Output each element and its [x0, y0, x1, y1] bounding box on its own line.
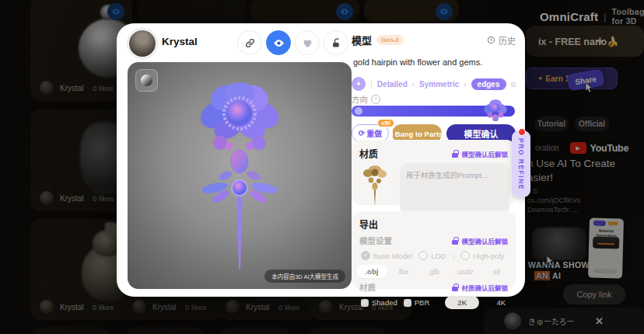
option-shaded[interactable]: ✓Shaded: [361, 298, 397, 307]
section-title-material: 材质: [359, 147, 378, 160]
option-lod[interactable]: LOD: [418, 251, 446, 260]
video-meta-link[interactable]: os.com/jOCflKVs: [527, 197, 580, 204]
eye-icon[interactable]: [336, 3, 353, 20]
tag-edges[interactable]: edges: [471, 78, 506, 90]
cursor-icon: [585, 82, 594, 93]
bang-label: Bang to Parts: [395, 130, 443, 138]
slider-thumb[interactable]: [355, 107, 362, 115]
tag-row: ✦ | Detailed ‹ Symmetric › edges smo ⚙: [352, 76, 516, 92]
model-locked-hint: 模型确认后解锁: [461, 236, 508, 245]
option-label: LOD: [431, 252, 446, 260]
plus-icon[interactable]: +: [597, 34, 604, 48]
model-card[interactable]: [309, 327, 387, 334]
format-stl[interactable]: .stl: [480, 267, 511, 276]
info-icon[interactable]: ?: [371, 95, 380, 104]
eye-icon[interactable]: [436, 3, 453, 20]
author-name[interactable]: Krystal: [60, 194, 93, 203]
video-title-line1: n Use AI To Create: [527, 158, 615, 169]
likes-count: 0 likes: [93, 303, 114, 311]
like-button[interactable]: [295, 30, 320, 55]
model-card[interactable]: [250, 0, 359, 22]
redo-icon: ⟳: [359, 129, 365, 137]
model-card[interactable]: [138, 0, 247, 22]
lock-icon: [452, 150, 458, 158]
avatar: [319, 300, 333, 314]
highlighted-word: AN: [534, 271, 550, 280]
format-fbx[interactable]: .fbx: [387, 267, 418, 276]
youtube-row: oration ▶ YouTube: [535, 142, 628, 154]
format-obj[interactable]: .obj: [356, 265, 387, 278]
3d-viewer[interactable]: 本内容由3D AI大模型生成: [128, 62, 352, 289]
section-title-model: 模型: [352, 33, 372, 47]
generation-panel: 模型 Gen-2 历史 gold hairpin with flower and…: [352, 23, 516, 297]
chevron-right-icon[interactable]: ›: [464, 80, 466, 89]
card-footer: Krystal 0 likes: [226, 300, 310, 314]
visibility-button[interactable]: [266, 30, 291, 55]
material-preview-image[interactable]: [356, 163, 400, 208]
author-name[interactable]: Krystal: [60, 84, 93, 92]
video-thumbnail[interactable]: WANNA SHOW YOU AN AI Material Generation: [526, 215, 644, 281]
card-footer: Krystal 0 likes: [40, 300, 124, 314]
history-button[interactable]: 历史: [487, 34, 516, 47]
youtube-play-icon[interactable]: ▶: [570, 142, 586, 154]
pro-refine-tab[interactable]: PRO REFINE: [512, 130, 530, 197]
render-mode-button[interactable]: [135, 69, 158, 92]
clock-icon: [487, 36, 495, 44]
author-name[interactable]: Krystal: [162, 36, 198, 47]
option-label: Base Model: [373, 252, 412, 260]
resolution-4k[interactable]: 4K: [496, 298, 506, 307]
social-bar[interactable]: きゅーたろー ✕: [484, 308, 644, 334]
author-name[interactable]: Krystal: [60, 303, 93, 311]
avatar: [40, 191, 54, 205]
model-card[interactable]: [33, 327, 109, 334]
tag-symmetric[interactable]: Symmetric: [419, 80, 459, 89]
tag-truncated[interactable]: smo: [511, 80, 516, 89]
avatar: [132, 300, 146, 314]
copy-link-button[interactable]: Copy link: [563, 284, 625, 304]
export-material-label: 材质: [359, 281, 376, 293]
avatar: [40, 81, 54, 95]
resolution-2k[interactable]: 2K: [445, 296, 479, 309]
option-base-model[interactable]: ✓Base Model: [361, 251, 412, 260]
model-card[interactable]: [220, 327, 290, 334]
model-card[interactable]: [364, 0, 459, 22]
tag-detailed[interactable]: Detailed: [377, 80, 408, 89]
option-high-poly[interactable]: High-poly: [460, 251, 504, 260]
avatar: [504, 312, 521, 329]
model-prompt-text[interactable]: gold hairpin with flower and gems.: [353, 57, 482, 67]
magic-icon[interactable]: ✦: [352, 77, 366, 91]
notification-dot: [518, 128, 526, 136]
material-prompt-input[interactable]: [400, 163, 509, 214]
youtube-wordmark[interactable]: YouTube: [590, 143, 629, 154]
direction-row: 方向 ?: [352, 93, 380, 105]
redo-label: 重做: [366, 127, 382, 139]
chevron-left-icon[interactable]: ‹: [412, 80, 415, 89]
tab-official[interactable]: Official: [575, 117, 609, 131]
author-name[interactable]: Krystal: [246, 303, 278, 311]
model-settings-label: 模型设置: [359, 235, 392, 246]
export-section: 导出 模型设置 模型确认后解锁 ✓Base Model LOD | High-p…: [352, 211, 516, 289]
tab-tutorial[interactable]: Tutorial: [534, 117, 569, 131]
lock-icon: [452, 237, 458, 245]
car-image: [532, 228, 586, 260]
radio-icon: [418, 251, 428, 260]
format-usdz[interactable]: .usdz: [449, 267, 480, 276]
eye-icon[interactable]: [107, 3, 124, 20]
divider: |: [370, 79, 373, 89]
3d-model-hairpin[interactable]: [185, 75, 294, 273]
avatar[interactable]: [128, 29, 157, 58]
lock-toggle-button[interactable]: [324, 30, 348, 55]
radio-icon: [460, 251, 470, 260]
option-label: PBR: [415, 298, 430, 307]
model-card[interactable]: [127, 327, 205, 334]
promo-banner[interactable]: ix - FREE nano🍌 +: [526, 26, 644, 57]
format-glb[interactable]: .glb: [418, 267, 450, 276]
share-link-button[interactable]: [237, 30, 262, 55]
x-logo-icon[interactable]: ✕: [595, 315, 604, 327]
brand-divider: |: [604, 11, 606, 23]
preview-car-image: [593, 237, 619, 249]
direction-slider[interactable]: [352, 106, 515, 117]
brand-logo[interactable]: OmniCraft: [540, 10, 598, 23]
option-pbr[interactable]: ✓PBR: [404, 298, 430, 307]
author-name[interactable]: Krystal: [152, 303, 185, 311]
